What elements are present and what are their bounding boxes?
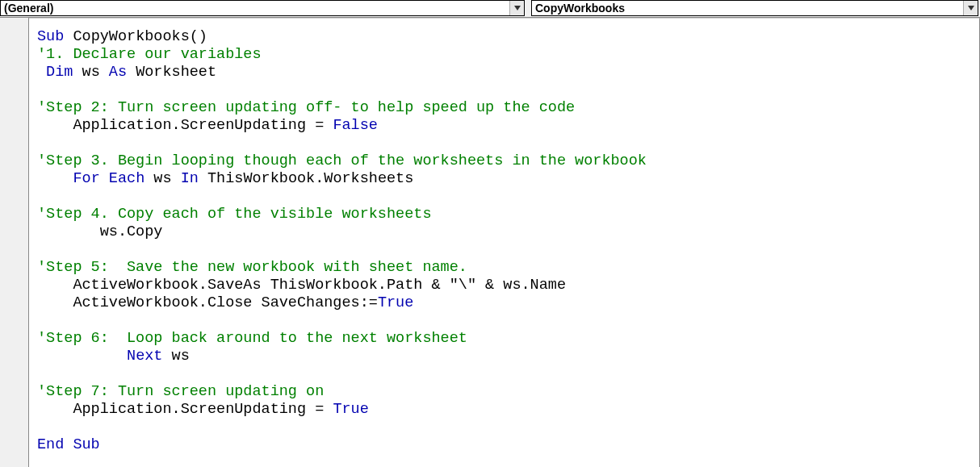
editor-wrap: Sub CopyWorkbooks()'1. Declare our varia… <box>0 18 980 467</box>
object-dropdown[interactable]: (General) <box>0 0 525 16</box>
code-line <box>37 135 971 152</box>
code-line: For Each ws In ThisWorkbook.Worksheets <box>37 170 971 188</box>
code-line: 'Step 4. Copy each of the visible worksh… <box>37 206 971 223</box>
code-line: ActiveWorkbook.SaveAs ThisWorkbook.Path … <box>37 277 971 294</box>
code-line: Sub CopyWorkbooks() <box>37 28 971 46</box>
code-line <box>37 188 971 206</box>
code-line: 'Step 7: Turn screen updating on <box>37 383 971 401</box>
code-line: ws.Copy <box>37 223 971 241</box>
dropdown-bar: (General) CopyWorkbooks <box>0 0 980 18</box>
code-line: Next ws <box>37 348 971 365</box>
procedure-dropdown[interactable]: CopyWorkbooks <box>531 0 978 16</box>
code-line <box>37 241 971 259</box>
code-editor[interactable]: Sub CopyWorkbooks()'1. Declare our varia… <box>29 18 980 467</box>
code-line: '1. Declare our variables <box>37 46 971 64</box>
chevron-down-icon <box>963 1 978 15</box>
margin-indicator-bar <box>0 18 29 467</box>
code-line <box>37 365 971 383</box>
code-line: ActiveWorkbook.Close SaveChanges:=True <box>37 294 971 312</box>
code-line <box>37 81 971 99</box>
code-line: 'Step 3. Begin looping though each of th… <box>37 152 971 170</box>
code-line: Application.ScreenUpdating = True <box>37 401 971 419</box>
code-line <box>37 419 971 436</box>
code-line: Dim ws As Worksheet <box>37 64 971 81</box>
code-line: 'Step 6: Loop back around to the next wo… <box>37 330 971 348</box>
chevron-down-icon <box>509 1 524 15</box>
code-line: Application.ScreenUpdating = False <box>37 117 971 135</box>
code-line: 'Step 5: Save the new workbook with shee… <box>37 259 971 277</box>
svg-marker-0 <box>514 6 521 10</box>
code-line: 'Step 2: Turn screen updating off- to he… <box>37 99 971 117</box>
object-dropdown-text: (General) <box>1 2 509 15</box>
code-line <box>37 312 971 330</box>
code-line: End Sub <box>37 436 971 454</box>
procedure-dropdown-text: CopyWorkbooks <box>532 2 963 15</box>
svg-marker-1 <box>968 6 974 10</box>
